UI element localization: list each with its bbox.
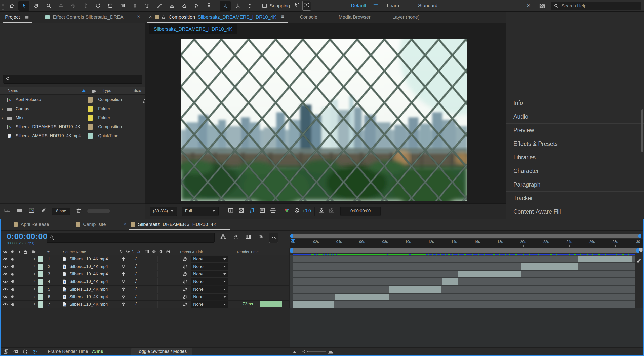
label-column-header[interactable]	[31, 249, 37, 255]
layer-switch-cells[interactable]	[141, 256, 174, 262]
layer-switch-cells[interactable]	[141, 278, 174, 285]
column-divider[interactable]	[100, 88, 100, 94]
viewer-panel-menu-icon[interactable]: ≡	[281, 14, 284, 20]
layer-audio-toggle[interactable]	[10, 279, 15, 284]
layer-shy-switch[interactable]	[121, 279, 126, 284]
layer-bar-row[interactable]	[293, 278, 635, 286]
parent-pickwhip-icon[interactable]	[183, 264, 188, 269]
snapping-checkbox[interactable]	[262, 4, 267, 8]
motion-blur-button[interactable]	[258, 234, 264, 241]
layer-number-column[interactable]: #	[47, 250, 49, 254]
adjustment-switch-column[interactable]	[158, 249, 164, 255]
transfer-controls-pane-icon[interactable]	[13, 349, 19, 355]
label-color-chip[interactable]	[88, 115, 93, 121]
layer-row[interactable]: ›7Silbers...10_4K.mp4/None73ms	[1, 301, 290, 308]
layer-expand-arrow[interactable]: ›	[34, 278, 35, 284]
layer-trimmed-clip-bar[interactable]	[521, 263, 578, 270]
parent-dropdown[interactable]: None	[191, 301, 228, 308]
layer-label-color[interactable]	[38, 301, 43, 308]
label-color-chip[interactable]	[88, 133, 93, 139]
workspace-settings-icon[interactable]	[539, 2, 546, 9]
parent-pickwhip-icon[interactable]	[183, 294, 188, 299]
layer-source-name[interactable]: Silbers...10_4K.mp4	[69, 257, 108, 262]
exposure-value[interactable]: +0.0	[302, 208, 311, 214]
layer-source-name[interactable]: Silbers...10_4K.mp4	[69, 294, 108, 299]
color-depth-button[interactable]: 8 bpc	[52, 208, 70, 215]
snap-to-layer-button[interactable]	[294, 2, 300, 9]
layer-shy-switch[interactable]	[121, 264, 126, 269]
layer-label-color[interactable]	[38, 294, 43, 300]
layer-bar-row[interactable]	[293, 301, 635, 308]
toolbar-overflow-chevrons[interactable]: »	[527, 2, 530, 9]
layer-source-name[interactable]: Silbers...10_4K.mp4	[69, 264, 108, 269]
tab-layer-none[interactable]: Layer (none)	[392, 14, 420, 20]
layer-audio-toggle[interactable]	[10, 271, 15, 277]
tool-eraser[interactable]	[179, 1, 190, 11]
sidebar-item-info[interactable]: Info	[506, 96, 644, 110]
project-scrollbar[interactable]	[87, 209, 110, 213]
layer-label-color[interactable]	[38, 279, 43, 285]
fx-switch-column[interactable]: fx	[137, 249, 140, 254]
tool-local-axis[interactable]	[220, 1, 231, 11]
layer-bar-row[interactable]	[293, 263, 635, 270]
render-time-column[interactable]: Render Time	[237, 250, 259, 254]
layer-source-name[interactable]: Silbers...10_4K.mp4	[69, 279, 108, 284]
zoom-in-mountain-icon[interactable]	[328, 348, 334, 355]
panel-overflow-chevrons[interactable]: »	[137, 13, 140, 20]
snap-region-button[interactable]	[302, 1, 311, 11]
layer-list-empty-area[interactable]	[1, 308, 290, 348]
layer-switch-cells[interactable]	[141, 286, 174, 293]
layer-trimmed-clip-bar[interactable]	[578, 256, 632, 262]
quality-switch-column[interactable]: \	[132, 249, 133, 254]
solo-column-header[interactable]	[17, 249, 22, 255]
project-item-row[interactable]: ›MiscFolder	[0, 113, 145, 122]
tool-rotation[interactable]	[92, 1, 103, 11]
tab-active-comp[interactable]: Silbersaltz_DREAMERS_HDR10_4K	[138, 222, 217, 227]
panel-menu-icon[interactable]	[24, 15, 29, 20]
layer-row[interactable]: ›5Silbers...10_4K.mp4/None	[1, 286, 290, 293]
expand-arrow-icon[interactable]: ›	[1, 115, 3, 121]
layer-shy-switch[interactable]	[121, 302, 126, 307]
tab-camp-site[interactable]: Camp_site	[83, 222, 106, 227]
tool-pan-camera[interactable]	[68, 1, 79, 11]
comp-flowchart-button[interactable]	[220, 234, 226, 241]
layer-audio-toggle[interactable]	[10, 256, 15, 262]
tool-selection[interactable]	[18, 1, 29, 11]
timeline-search-field[interactable]	[47, 233, 215, 243]
toolbar-grip[interactable]	[2, 2, 4, 10]
project-item-row[interactable]: April ReleaseComposition	[0, 95, 145, 104]
take-snapshot-button[interactable]	[318, 207, 325, 215]
layer-full-duration-bar[interactable]	[293, 278, 635, 285]
playhead-line[interactable]	[293, 243, 293, 348]
layer-trimmed-clip-bar[interactable]	[293, 301, 334, 308]
layer-expand-arrow[interactable]: ›	[34, 286, 35, 292]
lock-column-header[interactable]	[23, 249, 28, 255]
shy-switch-column[interactable]	[119, 249, 124, 255]
tab-media-browser[interactable]: Media Browser	[339, 14, 371, 20]
tool-view-axis[interactable]	[245, 1, 256, 11]
tool-orbit[interactable]	[55, 1, 66, 11]
tool-roto-brush[interactable]	[191, 1, 202, 11]
parent-dropdown[interactable]: None	[191, 286, 228, 293]
video-column-header[interactable]	[3, 249, 8, 255]
frame-blend-switch-column[interactable]	[144, 249, 149, 255]
column-divider[interactable]	[131, 88, 131, 94]
help-search-input[interactable]	[561, 3, 632, 9]
time-navigator-bar[interactable]	[290, 234, 641, 238]
resolution-dropdown[interactable]: Full	[182, 207, 219, 216]
interpret-footage-button[interactable]	[4, 207, 11, 215]
comp-mini-flowchart-icon[interactable]	[636, 257, 642, 263]
source-name-column[interactable]: Source Name	[63, 250, 86, 254]
tool-zoom[interactable]	[43, 1, 54, 11]
layer-row[interactable]: ›3Silbers...10_4K.mp4/None	[1, 270, 290, 278]
label-color-chip[interactable]	[88, 106, 93, 112]
tool-clone-stamp[interactable]	[166, 1, 177, 11]
comp-marker-bin-icon[interactable]	[638, 247, 644, 253]
navigator-end-handle[interactable]	[638, 234, 641, 238]
parent-dropdown[interactable]: None	[191, 278, 228, 285]
in-out-stretch-pane-icon[interactable]	[22, 349, 28, 355]
layer-switch-cells[interactable]	[141, 263, 174, 270]
layer-shy-switch[interactable]	[121, 287, 126, 292]
new-composition-button[interactable]	[28, 207, 35, 215]
parent-dropdown[interactable]: None	[191, 294, 228, 300]
